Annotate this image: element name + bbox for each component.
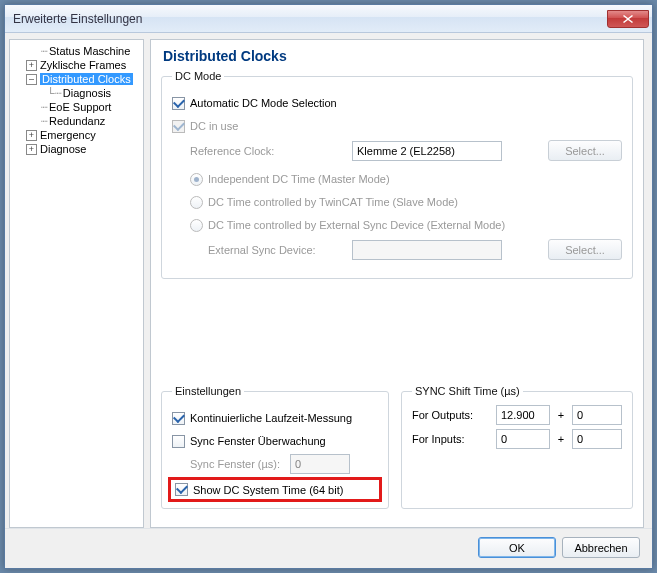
tree-item-status[interactable]: ┈ Status Maschine [12,44,141,58]
tree-item-diagnose[interactable]: + Diagnose [12,142,141,156]
collapse-icon[interactable]: – [26,74,37,85]
sync-window-label: Sync Fenster (µs): [190,458,290,470]
close-button[interactable] [607,10,649,28]
ok-button[interactable]: OK [478,537,556,558]
select-ext-device-button: Select... [548,239,622,260]
inputs-label: For Inputs: [412,433,490,445]
dc-mode-group: DC Mode Automatic DC Mode Selection DC i… [161,70,633,279]
radio-external [190,219,203,232]
titlebar: Erweiterte Einstellungen [5,5,652,33]
radio-external-label: DC Time controlled by External Sync Devi… [208,219,505,231]
nav-tree[interactable]: ┈ Status Maschine + Zyklische Frames – D… [9,39,144,528]
sync-window-mon-checkbox[interactable] [172,435,185,448]
tree-item-eoe[interactable]: ┈ EoE Support [12,100,141,114]
radio-independent-label: Independent DC Time (Master Mode) [208,173,390,185]
tree-item-distributed-clocks[interactable]: – Distributed Clocks [12,72,141,86]
auto-dc-checkbox[interactable] [172,97,185,110]
cont-runtime-label: Kontinuierliche Laufzeit-Messung [190,412,352,424]
plus-icon: + [556,409,566,421]
ref-clock-field: Klemme 2 (EL2258) [352,141,502,161]
outputs-plus-field[interactable]: 0 [572,405,622,425]
outputs-label: For Outputs: [412,409,490,421]
dialog-window: Erweiterte Einstellungen ┈ Status Maschi… [4,4,653,569]
client-area: ┈ Status Maschine + Zyklische Frames – D… [5,33,652,568]
tree-item-diagnosis[interactable]: └┈ Diagnosis [12,86,141,100]
sync-shift-group: SYNC Shift Time (µs) For Outputs: 12.900… [401,385,633,509]
expand-icon[interactable]: + [26,144,37,155]
show-dc-64-checkbox[interactable] [175,483,188,496]
window-title: Erweiterte Einstellungen [13,12,606,26]
plus-icon: + [556,433,566,445]
tree-item-redundanz[interactable]: ┈ Redundanz [12,114,141,128]
show-dc-64-label: Show DC System Time (64 bit) [193,484,343,496]
dc-mode-legend: DC Mode [172,70,224,82]
sync-window-field: 0 [290,454,350,474]
expand-icon[interactable]: + [26,60,37,71]
inputs-value-field[interactable]: 0 [496,429,550,449]
ext-device-field [352,240,502,260]
close-icon [623,15,633,23]
page-title: Distributed Clocks [161,46,633,70]
inputs-plus-field[interactable]: 0 [572,429,622,449]
dc-in-use-label: DC in use [190,120,238,132]
ext-device-label: External Sync Device: [208,244,340,256]
cont-runtime-checkbox[interactable] [172,412,185,425]
settings-legend: Einstellungen [172,385,244,397]
highlight-box: Show DC System Time (64 bit) [168,477,382,502]
tree-item-emergency[interactable]: + Emergency [12,128,141,142]
select-ref-clock-button: Select... [548,140,622,161]
dc-in-use-checkbox [172,120,185,133]
tree-item-zyklische[interactable]: + Zyklische Frames [12,58,141,72]
expand-icon[interactable]: + [26,130,37,141]
ref-clock-label: Reference Clock: [190,145,340,157]
outputs-value-field[interactable]: 12.900 [496,405,550,425]
dialog-footer: OK Abbrechen [5,528,652,568]
cancel-button[interactable]: Abbrechen [562,537,640,558]
sync-window-mon-label: Sync Fenster Überwachung [190,435,326,447]
radio-twincat-label: DC Time controlled by TwinCAT Time (Slav… [208,196,458,208]
radio-twincat [190,196,203,209]
sync-shift-legend: SYNC Shift Time (µs) [412,385,523,397]
main-panel: Distributed Clocks DC Mode Automatic DC … [150,39,644,528]
radio-independent [190,173,203,186]
auto-dc-label: Automatic DC Mode Selection [190,97,337,109]
settings-group: Einstellungen Kontinuierliche Laufzeit-M… [161,385,389,509]
